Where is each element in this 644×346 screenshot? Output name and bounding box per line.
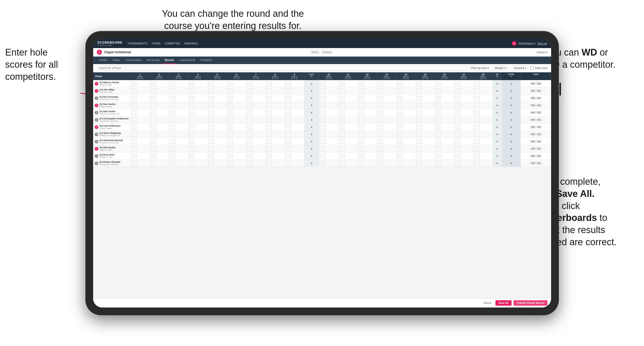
score-input-h18[interactable] [474,132,480,137]
score-input-h1[interactable] [131,161,137,166]
score-input-h8[interactable] [266,132,272,137]
score-input-h1[interactable] [131,154,137,158]
score-input-h5[interactable] [208,110,214,115]
score-input-h11[interactable] [339,154,345,158]
score-input-h10[interactable] [320,161,325,166]
dq-button[interactable]: DQ [536,162,542,165]
wd-button[interactable]: WD [530,140,536,143]
score-input-h7[interactable] [247,118,253,122]
wd-button[interactable]: WD [530,89,536,92]
score-input-h2[interactable] [150,154,156,158]
score-input-h14[interactable] [397,132,403,137]
score-input-h12[interactable] [358,110,364,115]
score-input-h14[interactable] [397,125,403,129]
score-input-h12[interactable] [358,89,364,93]
nav-committee[interactable]: COMMITTEE [165,42,180,45]
score-input-h5[interactable] [208,154,214,158]
score-input-h17[interactable] [455,125,461,129]
score-input-h14[interactable] [397,110,403,115]
score-input-h10[interactable] [320,103,325,108]
score-input-h15[interactable] [416,132,422,137]
score-input-h15[interactable] [416,139,422,144]
dq-button[interactable]: DQ [536,82,542,85]
tab-details[interactable]: Details [97,57,110,64]
tab-printables[interactable]: Printables [198,57,214,64]
score-input-h6[interactable] [227,89,233,93]
score-input-h8[interactable] [266,110,272,115]
score-input-h8[interactable] [266,125,272,129]
score-input-h18[interactable] [474,147,480,151]
score-input-h4[interactable] [189,118,195,122]
dq-button[interactable]: DQ [536,104,542,107]
score-input-h7[interactable] [247,139,253,144]
wd-button[interactable]: WD [530,82,536,85]
score-input-h13[interactable] [377,81,383,86]
score-input-h9[interactable] [285,139,291,144]
score-input-h11[interactable] [339,81,345,86]
score-input-h6[interactable] [227,147,233,151]
score-input-h11[interactable] [339,161,345,166]
score-input-h2[interactable] [150,96,156,101]
score-input-h14[interactable] [397,96,403,101]
score-input-h1[interactable] [131,125,137,129]
score-input-h15[interactable] [416,161,422,166]
score-input-h16[interactable] [435,154,441,158]
score-input-h10[interactable] [320,96,325,101]
score-input-h5[interactable] [208,81,214,86]
score-input-h10[interactable] [320,154,325,158]
wd-button[interactable]: WD [530,155,536,157]
dq-button[interactable]: DQ [536,89,542,92]
score-input-h2[interactable] [150,139,156,144]
score-input-h12[interactable] [358,132,364,137]
score-input-h13[interactable] [377,139,383,144]
score-input-h4[interactable] [189,110,195,115]
score-input-h16[interactable] [435,96,441,101]
score-input-h16[interactable] [435,118,441,122]
score-input-h6[interactable] [227,81,233,86]
score-input-h15[interactable] [416,103,422,108]
wd-button[interactable]: WD [530,104,536,107]
score-input-h12[interactable] [358,154,364,158]
score-input-h15[interactable] [416,147,422,151]
score-input-h2[interactable] [150,132,156,137]
score-input-h9[interactable] [285,81,291,86]
score-input-h17[interactable] [455,139,461,144]
score-input-h3[interactable] [170,103,175,108]
score-input-h9[interactable] [285,154,291,158]
score-input-h18[interactable] [474,96,480,101]
score-input-h18[interactable] [474,125,480,129]
score-input-h8[interactable] [266,139,272,144]
score-input-h15[interactable] [416,89,422,93]
score-input-h12[interactable] [358,147,364,151]
dq-button[interactable]: DQ [536,111,542,114]
score-input-h1[interactable] [131,110,137,115]
filter-by-team[interactable]: Filter by team ▾ [469,66,491,71]
score-input-h18[interactable] [474,89,480,93]
score-input-h10[interactable] [320,118,325,122]
score-input-h11[interactable] [339,103,345,108]
cancel-button[interactable]: Cancel [481,301,493,305]
score-input-h18[interactable] [474,154,480,158]
score-input-h10[interactable] [320,147,325,151]
score-input-h1[interactable] [131,132,137,137]
dq-button[interactable]: DQ [536,133,542,136]
score-input-h10[interactable] [320,125,325,129]
score-input-h17[interactable] [455,103,461,108]
score-input-h14[interactable] [397,89,403,93]
score-input-h16[interactable] [435,147,441,151]
cancel-top-link[interactable]: Cancel ✕ [537,51,547,54]
score-input-h1[interactable] [131,118,137,122]
score-input-h13[interactable] [377,103,383,108]
nav-teams[interactable]: TEAMS [152,42,160,45]
score-input-h4[interactable] [189,161,195,166]
score-input-h11[interactable] [339,147,345,151]
score-input-h2[interactable] [150,110,156,115]
totals-only-toggle[interactable]: Totals Only [530,66,547,70]
wd-button[interactable]: WD [530,97,536,99]
score-input-h1[interactable] [131,89,137,93]
score-input-h4[interactable] [189,96,195,101]
score-input-h18[interactable] [474,118,480,122]
score-input-h14[interactable] [397,139,403,144]
score-input-h12[interactable] [358,125,364,129]
score-input-h13[interactable] [377,147,383,151]
